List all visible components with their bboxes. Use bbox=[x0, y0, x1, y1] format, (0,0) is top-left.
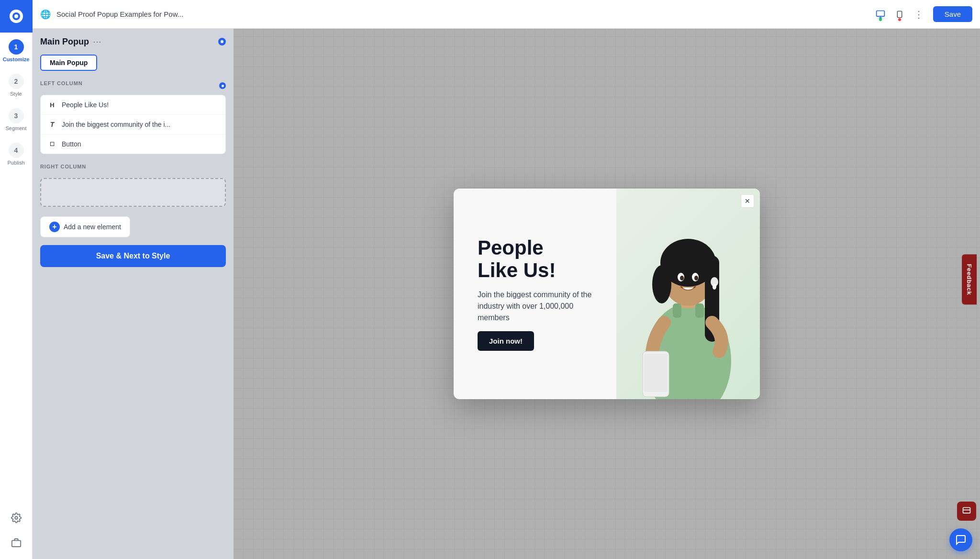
topbar: 🌐 Social Proof Popup Examples for Pow...… bbox=[33, 0, 980, 29]
svg-point-21 bbox=[713, 284, 716, 290]
topbar-title: Social Proof Popup Examples for Pow... bbox=[56, 10, 866, 18]
chat-button[interactable] bbox=[949, 528, 972, 551]
device-switcher: ⋮ bbox=[872, 6, 927, 23]
svg-rect-25 bbox=[695, 303, 704, 318]
mobile-device-button[interactable] bbox=[891, 6, 908, 23]
popup-heading: PeopleLike Us! bbox=[478, 237, 597, 281]
sidebar-step-style[interactable]: 2 Style bbox=[0, 67, 32, 101]
desktop-device-button[interactable] bbox=[872, 6, 889, 23]
panel-radio-indicator bbox=[218, 38, 226, 45]
right-column-header: RIGHT COLUMN bbox=[40, 164, 226, 174]
svg-rect-23 bbox=[644, 354, 668, 392]
popup-right-column bbox=[616, 189, 760, 399]
step-label-customize: Customize bbox=[3, 56, 30, 62]
app-logo[interactable] bbox=[0, 0, 33, 33]
sidebar-step-publish[interactable]: 4 Publish bbox=[0, 136, 32, 170]
save-button[interactable]: Save bbox=[933, 6, 972, 22]
svg-point-2 bbox=[14, 14, 18, 18]
mobile-status-dot bbox=[898, 18, 901, 21]
element-heading[interactable]: H People Like Us! bbox=[41, 95, 225, 115]
sidebar-step-segment[interactable]: 3 Segment bbox=[0, 101, 32, 136]
element-list: H People Like Us! T Join the biggest com… bbox=[40, 95, 226, 154]
plus-icon: + bbox=[49, 222, 60, 232]
settings-button[interactable] bbox=[6, 507, 27, 528]
element-button[interactable]: ☐ Button bbox=[41, 134, 225, 154]
svg-point-18 bbox=[680, 276, 684, 280]
svg-point-19 bbox=[694, 276, 698, 280]
step-circle-4: 4 bbox=[9, 143, 24, 158]
svg-rect-5 bbox=[876, 11, 884, 16]
step-label-segment: Segment bbox=[5, 125, 26, 131]
popup-join-button[interactable]: Join now! bbox=[478, 331, 534, 351]
popup-left-column: PeopleLike Us! Join the biggest communit… bbox=[454, 189, 616, 399]
button-icon: ☐ bbox=[47, 141, 57, 147]
save-next-button[interactable]: Save & Next to Style bbox=[40, 245, 226, 267]
svg-point-15 bbox=[652, 265, 671, 303]
popup-close-button[interactable]: ✕ bbox=[741, 194, 754, 208]
svg-rect-24 bbox=[673, 303, 681, 318]
add-element-button[interactable]: + Add a new element bbox=[40, 216, 130, 237]
tab-row: Main Popup bbox=[40, 55, 226, 71]
left-column-radio bbox=[219, 82, 226, 89]
right-column-section: RIGHT COLUMN bbox=[40, 164, 226, 207]
left-column-section: LEFT COLUMN H People Like Us! T Join the… bbox=[40, 80, 226, 154]
element-text[interactable]: T Join the biggest community of the i... bbox=[41, 115, 225, 134]
left-column-label: LEFT COLUMN bbox=[40, 80, 83, 86]
desktop-status-dot bbox=[879, 18, 882, 21]
panel-more-icon[interactable]: ⋯ bbox=[93, 36, 101, 47]
add-element-label: Add a new element bbox=[64, 223, 121, 231]
panel-title: Main Popup bbox=[40, 37, 89, 47]
element-button-label: Button bbox=[62, 140, 81, 148]
panel-title-row: Main Popup ⋯ bbox=[40, 36, 226, 47]
briefcase-button[interactable] bbox=[6, 532, 27, 553]
heading-icon: H bbox=[47, 101, 57, 109]
right-column-empty-area bbox=[40, 178, 226, 207]
content-area: Main Popup ⋯ Main Popup LEFT COLUMN H Pe… bbox=[33, 29, 980, 559]
element-text-label: Join the biggest community of the i... bbox=[62, 121, 170, 128]
step-circle-2: 2 bbox=[9, 74, 24, 89]
step-label-publish: Publish bbox=[7, 160, 24, 166]
right-column-label: RIGHT COLUMN bbox=[40, 164, 86, 169]
step-label-style: Style bbox=[10, 91, 22, 97]
main-wrapper: 🌐 Social Proof Popup Examples for Pow...… bbox=[33, 0, 980, 559]
feedback-icon[interactable] bbox=[957, 502, 976, 521]
step-circle-1: 1 bbox=[9, 39, 24, 55]
left-column-header: LEFT COLUMN bbox=[40, 80, 226, 91]
step-circle-3: 3 bbox=[9, 108, 24, 123]
text-icon: T bbox=[47, 121, 57, 128]
canvas-area: ✕ PeopleLike Us! Join the biggest commun… bbox=[234, 29, 980, 559]
globe-icon: 🌐 bbox=[40, 9, 51, 20]
element-heading-label: People Like Us! bbox=[62, 101, 109, 109]
sidebar-bottom bbox=[6, 507, 27, 559]
feedback-tab[interactable]: Feedback bbox=[962, 254, 977, 304]
main-popup-tab[interactable]: Main Popup bbox=[40, 55, 97, 71]
left-panel: Main Popup ⋯ Main Popup LEFT COLUMN H Pe… bbox=[33, 29, 234, 559]
svg-point-3 bbox=[15, 516, 18, 519]
popup-subtext: Join the biggest community of the indust… bbox=[478, 289, 597, 324]
svg-rect-4 bbox=[11, 540, 20, 547]
svg-rect-8 bbox=[897, 11, 902, 17]
sidebar-step-customize[interactable]: 1 Customize bbox=[0, 33, 32, 67]
popup-modal: ✕ PeopleLike Us! Join the biggest commun… bbox=[454, 189, 760, 399]
topbar-more-button[interactable]: ⋮ bbox=[910, 7, 927, 22]
sidebar: 1 Customize 2 Style 3 Segment 4 Publish bbox=[0, 0, 33, 559]
